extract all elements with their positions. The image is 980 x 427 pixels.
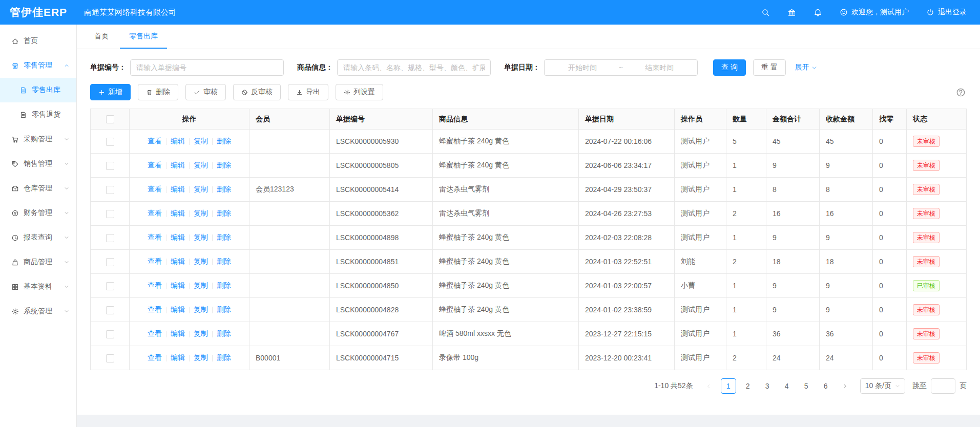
reset-button[interactable]: 重 置: [753, 59, 786, 76]
expand-filters-link[interactable]: 展开: [795, 63, 817, 72]
row-action-delete[interactable]: 删除: [217, 233, 231, 241]
bell-icon[interactable]: [814, 8, 822, 17]
pagination-next[interactable]: [838, 378, 853, 394]
sidebar-item-system[interactable]: 系统管理: [0, 299, 76, 324]
bank-icon[interactable]: [787, 8, 796, 17]
unaudit-button[interactable]: 反审核: [233, 84, 281, 100]
row-action-view[interactable]: 查看: [148, 257, 162, 265]
pagination-page-6[interactable]: 6: [818, 378, 833, 394]
cell-received: 45: [820, 130, 873, 154]
row-checkbox[interactable]: [106, 186, 114, 194]
row-action-copy[interactable]: 复制: [194, 209, 208, 217]
sidebar-item-retail[interactable]: 零售管理: [0, 53, 76, 78]
sidebar-item-finance[interactable]: 财务管理: [0, 201, 76, 225]
pagination-page-5[interactable]: 5: [799, 378, 814, 394]
row-action-edit[interactable]: 编辑: [171, 281, 185, 289]
row-action-edit[interactable]: 编辑: [171, 257, 185, 265]
row-action-edit[interactable]: 编辑: [171, 233, 185, 241]
logout-button[interactable]: 退出登录: [926, 8, 967, 17]
row-action-delete[interactable]: 删除: [217, 257, 231, 265]
sidebar-item-sale[interactable]: 销售管理: [0, 152, 76, 176]
row-action-copy[interactable]: 复制: [194, 137, 208, 145]
chevron-down-icon: [64, 161, 69, 166]
row-action-delete[interactable]: 删除: [217, 329, 231, 337]
row-action-copy[interactable]: 复制: [194, 281, 208, 289]
row-checkbox[interactable]: [106, 282, 114, 290]
help-icon[interactable]: [956, 88, 966, 97]
sidebar-item-purchase[interactable]: 采购管理: [0, 127, 76, 152]
page-size-select[interactable]: 10 条/页: [860, 378, 905, 394]
column-settings-button[interactable]: 列设置: [336, 84, 383, 100]
cell-received: 9: [820, 298, 873, 322]
row-action-edit[interactable]: 编辑: [171, 353, 185, 361]
row-action-view[interactable]: 查看: [148, 329, 162, 337]
row-action-delete[interactable]: 删除: [217, 137, 231, 145]
delete-button[interactable]: 删除: [138, 84, 178, 100]
row-action-edit[interactable]: 编辑: [171, 209, 185, 217]
row-action-copy[interactable]: 复制: [194, 329, 208, 337]
row-action-edit[interactable]: 编辑: [171, 329, 185, 337]
jump-page-input[interactable]: [931, 378, 955, 394]
row-action-view[interactable]: 查看: [148, 209, 162, 217]
row-action-edit[interactable]: 编辑: [171, 137, 185, 145]
row-checkbox[interactable]: [106, 258, 114, 266]
audit-button[interactable]: 审核: [185, 84, 226, 100]
row-action-delete[interactable]: 删除: [217, 281, 231, 289]
date-end-input[interactable]: [627, 63, 692, 72]
sidebar-item-warehouse[interactable]: 仓库管理: [0, 176, 76, 201]
sidebar-item-goods[interactable]: 商品管理: [0, 250, 76, 274]
tab-retail-out[interactable]: 零售出库: [120, 25, 167, 49]
pagination-page-3[interactable]: 3: [760, 378, 775, 394]
row-checkbox[interactable]: [106, 306, 114, 314]
row-action-view[interactable]: 查看: [148, 137, 162, 145]
plus-icon: [98, 89, 105, 96]
date-range-picker[interactable]: ~: [544, 59, 698, 76]
goods-input[interactable]: [337, 59, 491, 76]
row-action-view[interactable]: 查看: [148, 185, 162, 193]
sidebar-item-report[interactable]: 报表查询: [0, 225, 76, 250]
search-button[interactable]: 查 询: [713, 59, 746, 76]
row-checkbox[interactable]: [106, 234, 114, 242]
row-action-delete[interactable]: 删除: [217, 161, 231, 169]
row-action-view[interactable]: 查看: [148, 305, 162, 313]
row-action-view[interactable]: 查看: [148, 281, 162, 289]
row-checkbox[interactable]: [106, 138, 114, 146]
row-checkbox[interactable]: [106, 210, 114, 218]
row-action-copy[interactable]: 复制: [194, 233, 208, 241]
row-action-edit[interactable]: 编辑: [171, 185, 185, 193]
row-action-view[interactable]: 查看: [148, 233, 162, 241]
sidebar-item-retail-out[interactable]: 零售出库: [0, 78, 76, 102]
row-checkbox[interactable]: [106, 354, 114, 362]
row-action-delete[interactable]: 删除: [217, 305, 231, 313]
row-action-copy[interactable]: 复制: [194, 257, 208, 265]
date-start-input[interactable]: [550, 63, 615, 72]
bill-no-input[interactable]: [130, 59, 284, 76]
row-checkbox[interactable]: [106, 330, 114, 338]
cell-qty: 1: [726, 322, 766, 346]
sidebar-item-base[interactable]: 基本资料: [0, 274, 76, 299]
row-action-copy[interactable]: 复制: [194, 353, 208, 361]
row-action-edit[interactable]: 编辑: [171, 161, 185, 169]
export-button[interactable]: 导出: [288, 84, 328, 100]
row-action-edit[interactable]: 编辑: [171, 305, 185, 313]
welcome-user[interactable]: 欢迎您，测试用户: [840, 8, 909, 17]
select-all-checkbox[interactable]: [106, 115, 114, 123]
tab-home[interactable]: 首页: [85, 25, 118, 49]
pagination-prev[interactable]: [701, 378, 717, 394]
pagination-page-4[interactable]: 4: [779, 378, 795, 394]
pagination-page-1[interactable]: 1: [721, 378, 736, 394]
add-button[interactable]: 新增: [90, 84, 131, 100]
pagination-page-2[interactable]: 2: [740, 378, 756, 394]
row-action-delete[interactable]: 删除: [217, 353, 231, 361]
row-action-copy[interactable]: 复制: [194, 305, 208, 313]
row-action-copy[interactable]: 复制: [194, 185, 208, 193]
sidebar-item-home[interactable]: 首页: [0, 29, 76, 53]
row-action-delete[interactable]: 删除: [217, 209, 231, 217]
row-action-view[interactable]: 查看: [148, 161, 162, 169]
row-action-delete[interactable]: 删除: [217, 185, 231, 193]
sidebar-item-retail-return[interactable]: 零售退货: [0, 102, 76, 127]
search-icon[interactable]: [761, 8, 770, 17]
row-checkbox[interactable]: [106, 162, 114, 170]
row-action-copy[interactable]: 复制: [194, 161, 208, 169]
row-action-view[interactable]: 查看: [148, 353, 162, 361]
